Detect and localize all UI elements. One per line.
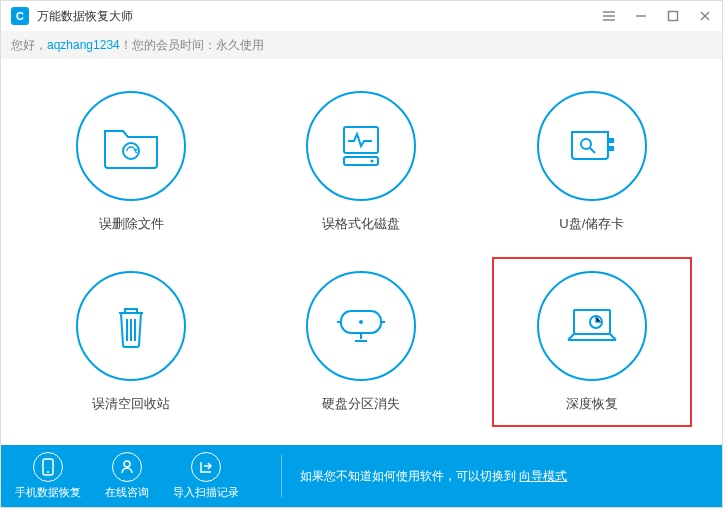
greeting-username: aqzhang1234 bbox=[47, 38, 120, 52]
svg-rect-5 bbox=[608, 138, 614, 143]
option-partition-lost[interactable]: 硬盘分区消失 bbox=[261, 257, 461, 427]
window-controls bbox=[602, 9, 712, 23]
greeting-bar: 您好， aqzhang1234 ！您的会员时间：永久使用 bbox=[1, 31, 722, 59]
svg-rect-0 bbox=[669, 12, 678, 21]
svg-point-7 bbox=[581, 139, 591, 149]
footer-bar: 手机数据恢复 在线咨询 导入扫描记录 如果您不知道如何使用软件，可以切换到 向导… bbox=[1, 445, 722, 507]
option-label: U盘/储存卡 bbox=[559, 215, 624, 233]
svg-rect-6 bbox=[608, 146, 614, 151]
footer-label: 导入扫描记录 bbox=[173, 485, 239, 500]
phone-icon bbox=[33, 452, 63, 482]
option-label: 误格式化磁盘 bbox=[322, 215, 400, 233]
app-title: 万能数据恢复大师 bbox=[37, 8, 602, 25]
option-label: 误删除文件 bbox=[99, 215, 164, 233]
option-deep-recovery[interactable]: 深度恢复 bbox=[492, 257, 692, 427]
minimize-button[interactable] bbox=[634, 9, 648, 23]
close-button[interactable] bbox=[698, 9, 712, 23]
option-deleted-files[interactable]: 误删除文件 bbox=[31, 77, 231, 247]
svg-point-1 bbox=[123, 143, 139, 159]
wizard-mode-link[interactable]: 向导模式 bbox=[519, 469, 567, 483]
titlebar: C 万能数据恢复大师 bbox=[1, 1, 722, 31]
svg-point-13 bbox=[47, 471, 49, 473]
option-recycle-bin[interactable]: 误清空回收站 bbox=[31, 257, 231, 427]
footer-hint: 如果您不知道如何使用软件，可以切换到 向导模式 bbox=[300, 468, 567, 485]
footer-online-consult[interactable]: 在线咨询 bbox=[105, 452, 149, 500]
svg-point-4 bbox=[371, 160, 374, 163]
sdcard-search-icon bbox=[537, 91, 647, 201]
option-usb-card[interactable]: U盘/储存卡 bbox=[492, 77, 692, 247]
svg-point-14 bbox=[124, 461, 130, 467]
option-label: 深度恢复 bbox=[566, 395, 618, 413]
app-window: C 万能数据恢复大师 您好， aqzhang1234 ！您的会员时间：永久使用 bbox=[0, 0, 723, 508]
footer-phone-recovery[interactable]: 手机数据恢复 bbox=[15, 452, 81, 500]
app-logo-icon: C bbox=[11, 7, 29, 25]
footer-hint-text: 如果您不知道如何使用软件，可以切换到 bbox=[300, 469, 519, 483]
greeting-hello: 您好， bbox=[11, 37, 47, 54]
option-label: 误清空回收站 bbox=[92, 395, 170, 413]
main-options: 误删除文件 误格式化磁盘 bbox=[1, 59, 722, 445]
greeting-suffix: ！您的会员时间：永久使用 bbox=[120, 37, 264, 54]
drive-pulse-icon bbox=[306, 91, 416, 201]
option-formatted-disk[interactable]: 误格式化磁盘 bbox=[261, 77, 461, 247]
laptop-scan-icon bbox=[537, 271, 647, 381]
trash-icon bbox=[76, 271, 186, 381]
import-icon bbox=[191, 452, 221, 482]
footer-label: 手机数据恢复 bbox=[15, 485, 81, 500]
folder-refresh-icon bbox=[76, 91, 186, 201]
footer-separator bbox=[281, 455, 282, 497]
svg-rect-10 bbox=[574, 310, 610, 334]
menu-button[interactable] bbox=[602, 9, 616, 23]
harddrive-icon bbox=[306, 271, 416, 381]
person-icon bbox=[112, 452, 142, 482]
option-label: 硬盘分区消失 bbox=[322, 395, 400, 413]
maximize-button[interactable] bbox=[666, 9, 680, 23]
svg-point-9 bbox=[359, 320, 363, 324]
footer-label: 在线咨询 bbox=[105, 485, 149, 500]
footer-import-scan[interactable]: 导入扫描记录 bbox=[173, 452, 239, 500]
